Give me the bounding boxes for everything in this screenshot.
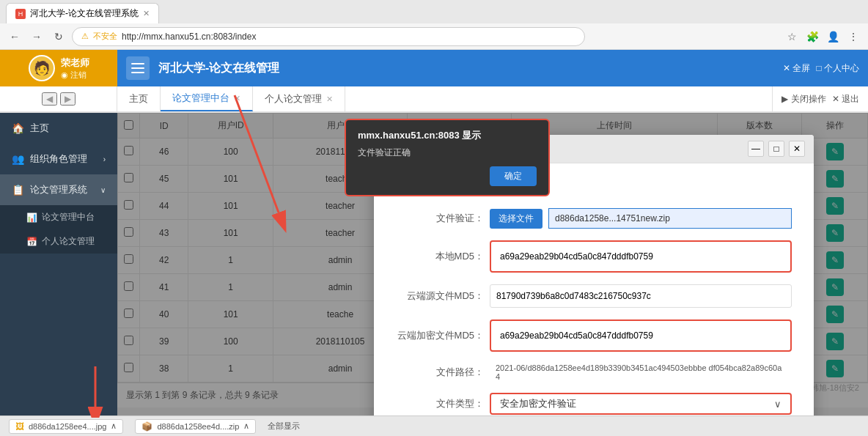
tab-title: 河北大学-论文在线管理系统 — [30, 7, 139, 20]
paper-center-label: 论文管理中台 — [42, 211, 95, 223]
tab-personal-paper[interactable]: 个人论文管理 ✕ — [253, 86, 345, 111]
top-nav-right: ✕ 全屏 □ 个人中心 — [774, 62, 868, 75]
download-bar: 🖼 d886da1258ee4....jpg ∧ 📦 d886da1258ee4… — [9, 419, 300, 434]
tab-home[interactable]: 主页 — [117, 86, 161, 111]
main-layout: 🏠 主页 👥 组织角色管理 › 📋 论文管理系统 ∨ 📊 论文管理中台 📅 — [0, 113, 868, 415]
tab-close-personal[interactable]: ✕ — [326, 95, 333, 104]
sidebar-org-label: 组织角色管理 — [30, 152, 87, 166]
nav-forward-arrow[interactable]: ▶ — [60, 92, 76, 106]
top-nav: 🧑 荣老师 ◉ 注销 河北大学-论文在线管理 ✕ 全屏 □ 个人中心 — [0, 50, 868, 86]
tab-bar: H 河北大学-论文在线管理系统 ✕ — [0, 0, 868, 23]
sec-nav-tabs: 主页 论文管理中台 ✕ 个人论文管理 ✕ — [117, 86, 772, 111]
refresh-button[interactable]: ↻ — [50, 28, 67, 45]
notification-overlay: mmx.hanxu51.cn:8083 显示 文件验证正确 确定 — [117, 113, 868, 415]
zip-download-name: d886da1258ee4d....zip — [157, 422, 239, 431]
secondary-nav: ◀ ▶ 主页 论文管理中台 ✕ 个人论文管理 ✕ ▶ 关闭操作 ✕ 退出 — [0, 86, 868, 113]
jpg-download-arrow: ∧ — [111, 421, 117, 431]
usercenter-button[interactable]: □ 个人中心 — [816, 62, 859, 75]
org-icon: 👥 — [12, 153, 24, 165]
top-nav-main: 河北大学-论文在线管理 — [117, 56, 774, 80]
app-wrapper: 🧑 荣老师 ◉ 注销 河北大学-论文在线管理 ✕ 全屏 □ 个人中心 ◀ ▶ — [0, 50, 868, 436]
notification-confirm-button[interactable]: 确定 — [490, 166, 537, 186]
address-bar[interactable]: ⚠ 不安全 http://mmx.hanxu51.cn:8083/index — [72, 27, 585, 46]
nav-back-arrow[interactable]: ◀ — [42, 92, 57, 106]
download-item-jpg[interactable]: 🖼 d886da1258ee4....jpg ∧ — [9, 419, 123, 434]
sidebar: 🏠 主页 👥 组织角色管理 › 📋 论文管理系统 ∨ 📊 论文管理中台 📅 — [0, 113, 117, 415]
security-icon: ⚠ — [81, 32, 89, 41]
forward-button[interactable]: → — [28, 28, 45, 45]
sidebar-item-home[interactable]: 🏠 主页 — [0, 113, 117, 144]
sidebar-home-label: 主页 — [30, 122, 49, 135]
sidebar-item-paper-system[interactable]: 📋 论文管理系统 ∨ — [0, 174, 117, 205]
paper-system-icon: 📋 — [12, 184, 24, 196]
user-info: 荣老师 ◉ 注销 — [61, 56, 89, 81]
bookmark-icon[interactable]: ☆ — [783, 28, 801, 45]
hamburger-button[interactable] — [126, 56, 150, 80]
browser-toolbar: ← → ↻ ⚠ 不安全 http://mmx.hanxu51.cn:8083/i… — [0, 23, 868, 50]
content-area: ID 用户ID 用户名 论文名称 上传时间 版本数 操作 46 100 2018… — [117, 113, 868, 415]
jpg-download-icon: 🖼 — [15, 421, 24, 432]
notification-popup: mmx.hanxu51.cn:8083 显示 文件验证正确 确定 — [345, 119, 550, 196]
user-panel: 🧑 荣老师 ◉ 注销 — [0, 50, 117, 86]
logout-link[interactable]: ◉ 注销 — [61, 70, 89, 81]
zip-download-icon: 📦 — [141, 421, 152, 432]
status-bar: 🖼 d886da1258ee4....jpg ∧ 📦 d886da1258ee4… — [0, 415, 868, 436]
sec-nav-right: ▶ 关闭操作 ✕ 退出 — [772, 86, 868, 111]
user-name: 荣老师 — [61, 56, 89, 70]
tab-close-paper[interactable]: ✕ — [234, 94, 240, 103]
address-text: http://mmx.hanxu51.cn:8083/index — [122, 32, 256, 42]
exit-button[interactable]: ✕ 退出 — [832, 93, 859, 106]
browser-actions: ☆ 🧩 👤 ⋮ — [783, 28, 862, 45]
sidebar-paper-label: 论文管理系统 — [30, 183, 87, 196]
sec-nav-arrows: ◀ ▶ — [0, 86, 117, 111]
extensions-icon[interactable]: 🧩 — [803, 28, 821, 45]
avatar: 🧑 — [29, 55, 55, 81]
menu-icon[interactable]: ⋮ — [845, 28, 862, 45]
chevron-down-icon: ∨ — [100, 186, 106, 194]
notification-message: 文件验证正确 — [358, 147, 537, 159]
personal-paper-label: 个人论文管理 — [42, 235, 95, 248]
chevron-right-icon: › — [103, 155, 106, 163]
profile-icon[interactable]: 👤 — [824, 28, 842, 45]
fullscreen-button[interactable]: ✕ 全屏 — [783, 62, 810, 75]
sidebar-submenu: 📊 论文管理中台 📅 个人论文管理 — [0, 205, 117, 254]
personal-paper-icon: 📅 — [26, 237, 37, 247]
security-label: 不安全 — [93, 31, 117, 42]
home-icon: 🏠 — [12, 122, 24, 134]
browser-window: H 河北大学-论文在线管理系统 ✕ ← → ↻ ⚠ 不安全 http://mmx… — [0, 0, 868, 50]
site-title: 河北大学-论文在线管理 — [158, 61, 279, 76]
browser-tab[interactable]: H 河北大学-论文在线管理系统 ✕ — [6, 3, 159, 23]
download-item-zip[interactable]: 📦 d886da1258ee4d....zip ∧ — [135, 419, 256, 434]
tab-close-icon[interactable]: ✕ — [143, 9, 150, 18]
notification-title: mmx.hanxu51.cn:8083 显示 — [358, 129, 537, 142]
tab-paper-management[interactable]: 论文管理中台 ✕ — [161, 86, 253, 111]
jpg-download-name: d886da1258ee4....jpg — [29, 422, 106, 431]
paper-center-icon: 📊 — [26, 213, 37, 223]
sidebar-item-paper-center[interactable]: 📊 论文管理中台 — [0, 205, 117, 229]
back-button[interactable]: ← — [6, 28, 23, 45]
sidebar-item-org[interactable]: 👥 组织角色管理 › — [0, 144, 117, 174]
sidebar-item-personal-paper[interactable]: 📅 个人论文管理 — [0, 229, 117, 254]
close-operations-button[interactable]: ▶ 关闭操作 — [781, 93, 826, 106]
tab-favicon: H — [15, 9, 26, 19]
zip-download-arrow: ∧ — [243, 421, 249, 431]
show-all-button[interactable]: 全部显示 — [268, 421, 300, 432]
